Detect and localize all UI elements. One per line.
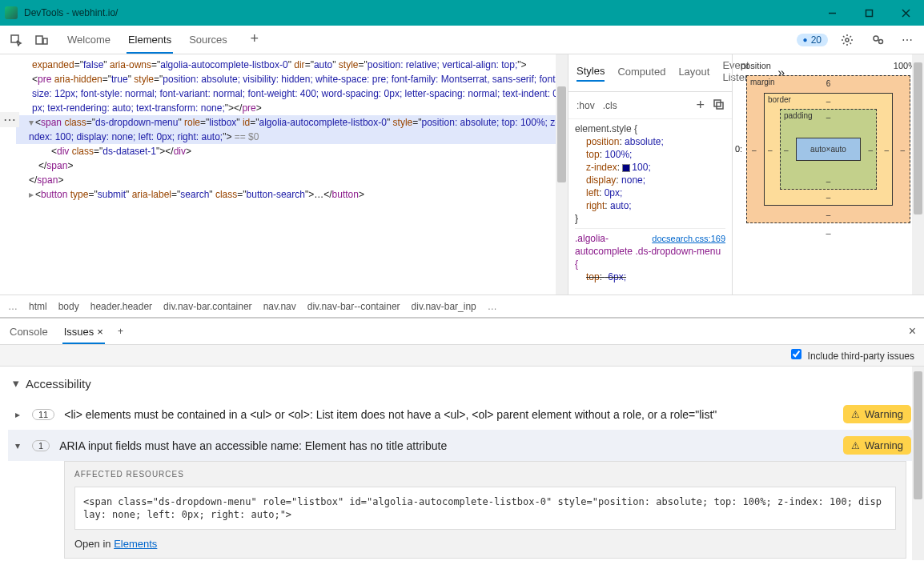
svg-rect-5 bbox=[36, 36, 42, 44]
warning-badge: Warning bbox=[843, 405, 911, 423]
svg-rect-10 bbox=[714, 100, 721, 106]
new-rule-icon[interactable]: + bbox=[696, 97, 705, 114]
window-title: DevTools - webhint.io/ bbox=[24, 7, 814, 18]
drawer-tab-issues[interactable]: Issues × bbox=[62, 321, 105, 343]
svg-point-8 bbox=[874, 36, 878, 41]
minimize-button[interactable] bbox=[814, 0, 850, 26]
drawer-close-icon[interactable]: × bbox=[909, 324, 916, 339]
shadow-editor-icon[interactable] bbox=[713, 98, 724, 112]
affected-code[interactable]: <span class="ds-dropdown-menu" role="lis… bbox=[74, 487, 896, 530]
app-icon bbox=[5, 6, 18, 19]
svg-rect-11 bbox=[717, 102, 723, 109]
boxmodel-scrollbar[interactable] bbox=[912, 54, 924, 295]
warning-badge: Warning bbox=[843, 436, 911, 455]
color-chip[interactable] bbox=[622, 164, 630, 172]
elements-tree[interactable]: expanded="false" aria-owns="algolia-auto… bbox=[0, 54, 568, 295]
close-button[interactable] bbox=[887, 0, 924, 26]
inspect-icon[interactable] bbox=[5, 29, 27, 51]
add-drawer-tab-icon[interactable]: + bbox=[118, 326, 123, 337]
crumb[interactable]: div.nav-bar--container bbox=[307, 301, 400, 312]
hov-toggle[interactable]: :hov bbox=[576, 100, 595, 111]
styles-tab-layout[interactable]: Layout bbox=[678, 66, 709, 81]
styles-tab-styles[interactable]: Styles bbox=[576, 65, 605, 82]
titlebar: DevTools - webhint.io/ bbox=[0, 0, 924, 26]
svg-rect-6 bbox=[43, 38, 47, 44]
issues-counter[interactable]: 20 bbox=[797, 34, 828, 46]
tab-elements[interactable]: Elements bbox=[127, 27, 173, 52]
rule-selector[interactable]: element.style { bbox=[575, 122, 725, 135]
affected-resources-title: AFFECTED RESOURCES bbox=[74, 470, 896, 479]
crumb[interactable]: body bbox=[58, 301, 79, 312]
expand-icon[interactable]: ▸ bbox=[13, 409, 22, 420]
issue-text: <li> elements must be contained in a <ul… bbox=[64, 407, 834, 423]
drawer: Console Issues × + × Include third-party… bbox=[0, 317, 924, 560]
breadcrumb[interactable]: … html body header.header div.nav-bar.co… bbox=[0, 295, 924, 317]
close-tab-icon[interactable]: × bbox=[97, 326, 103, 338]
affected-resources: AFFECTED RESOURCES <span class="ds-dropd… bbox=[64, 461, 906, 559]
issues-section-header[interactable]: ▾Accessibility bbox=[8, 371, 916, 399]
selected-node[interactable]: ▾<span class="ds-dropdown-menu" role="li… bbox=[16, 115, 563, 144]
crumb[interactable]: html bbox=[29, 301, 47, 312]
feedback-icon[interactable] bbox=[866, 29, 889, 51]
crumb[interactable]: nav.nav bbox=[263, 301, 296, 312]
cls-toggle[interactable]: .cls bbox=[603, 100, 617, 111]
boxmodel-panel: position100% 0: margin 6 – – – border – … bbox=[732, 54, 924, 295]
maximize-button[interactable] bbox=[850, 0, 887, 26]
left-overflow[interactable]: ⋯ bbox=[0, 112, 19, 127]
add-tab-icon[interactable]: + bbox=[243, 27, 266, 50]
open-in-elements-link[interactable]: Elements bbox=[114, 538, 157, 550]
main-toolbar: Welcome Elements Sources + 20 ⋯ bbox=[0, 26, 924, 54]
issue-row[interactable]: ▾ 1 ARIA input fields must have an acces… bbox=[8, 430, 916, 461]
issue-row[interactable]: ▸ 11 <li> elements must be contained in … bbox=[8, 399, 916, 430]
svg-point-7 bbox=[846, 38, 849, 42]
device-toggle-icon[interactable] bbox=[30, 29, 53, 51]
issue-count-badge: 1 bbox=[32, 440, 50, 451]
drawer-tab-console[interactable]: Console bbox=[8, 321, 50, 343]
tab-welcome[interactable]: Welcome bbox=[66, 27, 112, 52]
issues-scrollbar[interactable] bbox=[912, 367, 924, 560]
svg-point-9 bbox=[879, 39, 883, 43]
elements-scrollbar[interactable] bbox=[556, 54, 568, 295]
expand-icon[interactable]: ▾ bbox=[13, 440, 22, 451]
styles-tab-computed[interactable]: Computed bbox=[617, 66, 665, 81]
more-icon[interactable]: ⋯ bbox=[897, 29, 919, 51]
settings-icon[interactable] bbox=[836, 29, 858, 51]
issue-count-badge: 11 bbox=[32, 409, 54, 420]
crumb[interactable]: div.nav-bar.container bbox=[163, 301, 252, 312]
svg-rect-1 bbox=[866, 10, 872, 16]
css-source-link[interactable]: docsearch.css:169 bbox=[652, 232, 725, 245]
crumb[interactable]: div.nav-bar_inp bbox=[412, 301, 476, 312]
styles-panel: Styles Computed Layout Event Listeners »… bbox=[568, 54, 732, 295]
issue-text: ARIA input fields must have an accessibl… bbox=[59, 438, 834, 454]
include-third-party-checkbox[interactable]: Include third-party issues bbox=[791, 349, 914, 362]
crumb[interactable]: header.header bbox=[90, 301, 152, 312]
tab-sources[interactable]: Sources bbox=[187, 27, 229, 52]
